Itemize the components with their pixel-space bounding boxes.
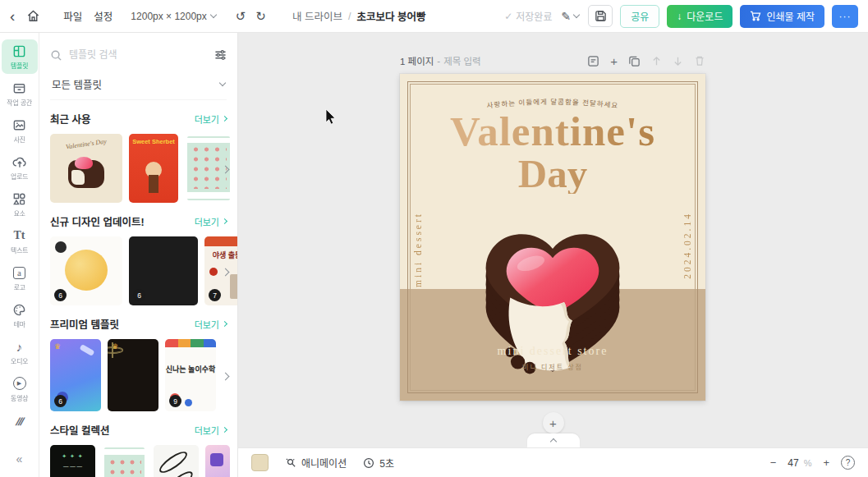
canvas-size-label: 1200px × 1200px bbox=[131, 11, 206, 22]
floppy-icon bbox=[595, 10, 607, 22]
premium-crown-icon: ♛ bbox=[112, 342, 118, 351]
more-link-recent[interactable]: 더보기 bbox=[195, 112, 227, 126]
share-button[interactable]: 공유 bbox=[620, 5, 659, 28]
search-input[interactable] bbox=[69, 49, 208, 61]
add-page-icon[interactable]: + bbox=[610, 55, 618, 67]
sidebar-item-photos[interactable]: 사진 bbox=[2, 113, 38, 148]
sidebar-item-label: 오디오 bbox=[11, 355, 29, 365]
poster-store-name-kr: 미니 디저트 상점 bbox=[400, 362, 705, 371]
page-count-badge: 9 bbox=[169, 395, 181, 407]
thumb-sherbet-text: Sweet Sherbet bbox=[129, 139, 178, 146]
move-page-up-icon bbox=[651, 56, 662, 67]
help-button[interactable]: ? bbox=[841, 456, 855, 470]
sidebar-item-label: 동영상 bbox=[11, 392, 29, 401]
zoom-out-button[interactable]: − bbox=[770, 456, 777, 469]
thumb-math-text: 신나는 놀이수학 bbox=[165, 365, 216, 374]
home-icon[interactable] bbox=[26, 9, 40, 23]
sidebar-item-video[interactable]: ▶ 동영상 bbox=[2, 372, 38, 406]
chevron-down-icon bbox=[573, 11, 580, 18]
sidebar-item-text[interactable]: Tt 텍스트 bbox=[2, 224, 38, 259]
palette-icon bbox=[12, 302, 26, 317]
canvas-size-dropdown[interactable]: 1200px × 1200px bbox=[131, 11, 215, 22]
template-thumb-macaroon[interactable] bbox=[102, 445, 147, 477]
canvas-area[interactable]: 1 페이지 - 제목 입력 + 사랑하는 이들에게 달콤함을 전달하세요 Val… bbox=[238, 33, 868, 447]
duration-button[interactable]: 5초 bbox=[363, 456, 394, 470]
breadcrumb: 내 드라이브 / 초코보다 붕어빵 bbox=[292, 8, 425, 24]
sidebar-item-workspace[interactable]: 작업 공간 bbox=[2, 76, 38, 111]
save-status: ✓ 저장완료 bbox=[504, 9, 552, 23]
add-page-button[interactable]: + bbox=[543, 412, 564, 433]
template-thumb-moon[interactable]: 6 bbox=[50, 236, 122, 305]
sidebar-item-theme[interactable]: 테마 bbox=[2, 298, 38, 333]
collapse-bottombar-button[interactable] bbox=[527, 433, 580, 447]
cart-icon bbox=[750, 11, 761, 21]
filter-icon[interactable] bbox=[214, 49, 227, 61]
undo-icon[interactable]: ↺ bbox=[236, 9, 246, 24]
template-thumb-ornate[interactable]: ♛ bbox=[108, 339, 158, 411]
template-search bbox=[50, 41, 227, 69]
top-toolbar: ‹ 파일 설정 1200px × 1200px ↺ ↻ 내 드라이브 / 초코보… bbox=[0, 0, 868, 33]
page-title-input[interactable]: 제목 입력 bbox=[443, 54, 481, 67]
animation-button[interactable]: 애니메이션 bbox=[285, 456, 347, 470]
memo-icon[interactable] bbox=[587, 55, 599, 67]
redo-icon[interactable]: ↻ bbox=[255, 9, 266, 24]
download-button[interactable]: ↓ 다운로드 bbox=[667, 5, 733, 28]
sidebar-item-label: 작업 공간 bbox=[7, 97, 32, 106]
zoom-level-value[interactable]: 47 bbox=[788, 457, 798, 469]
new-thumbs-row: 6 6 야생 출동 7 bbox=[50, 236, 227, 305]
zoom-in-button[interactable]: + bbox=[823, 456, 829, 469]
duplicate-page-icon[interactable] bbox=[628, 55, 641, 67]
poster-store-name-en: mini dessert store bbox=[400, 345, 705, 358]
more-link-new[interactable]: 더보기 bbox=[195, 215, 227, 228]
section-title-premium: 프리미엄 템플릿 bbox=[50, 316, 119, 332]
pen-mode-dropdown[interactable]: ✎ bbox=[561, 10, 579, 23]
document-title[interactable]: 초코보다 붕어빵 bbox=[356, 8, 425, 24]
background-color-swatch[interactable] bbox=[251, 454, 269, 471]
settings-menu[interactable]: 설정 bbox=[94, 8, 113, 24]
more-options-button[interactable]: ··· bbox=[832, 5, 858, 28]
more-link-style[interactable]: 더보기 bbox=[195, 424, 227, 437]
collapse-sidebar-button[interactable]: « bbox=[16, 452, 23, 466]
save-status-label: 저장완료 bbox=[516, 9, 552, 23]
template-thumb-orange[interactable]: 6 bbox=[129, 236, 198, 305]
template-thumb-sherbet[interactable]: Sweet Sherbet bbox=[129, 134, 178, 203]
print-order-button[interactable]: 인쇄물 제작 bbox=[740, 5, 824, 28]
poster-left-vertical-text: mini dessert bbox=[413, 212, 423, 287]
design-page[interactable]: 사랑하는 이들에게 달콤함을 전달하세요 Valentine's Day min… bbox=[400, 74, 705, 401]
page-count-badge: 6 bbox=[133, 289, 145, 301]
carousel-next-icon[interactable] bbox=[219, 365, 232, 386]
left-icon-rail: 템플릿 작업 공간 사진 업로드 요소 Tt 텍스트 a 로고 테마 ♪ 오디오… bbox=[0, 33, 39, 477]
template-thumb-purple[interactable]: ♛ 6 bbox=[50, 339, 101, 411]
sidebar-item-elements[interactable]: 요소 bbox=[2, 187, 38, 222]
section-title-new: 신규 디자인 업데이트! bbox=[50, 213, 145, 229]
pen-icon: ✎ bbox=[561, 10, 571, 23]
carousel-next-icon[interactable] bbox=[219, 158, 232, 179]
save-button[interactable] bbox=[588, 5, 613, 27]
sidebar-item-label: 로고 bbox=[13, 282, 25, 291]
all-templates-label: 모든 템플릿 bbox=[52, 76, 102, 92]
back-icon[interactable]: ‹ bbox=[10, 7, 15, 25]
carousel-next-icon[interactable] bbox=[219, 471, 232, 477]
poster-right-vertical-text: 2024.02.14 bbox=[682, 212, 692, 279]
template-thumb-swirl[interactable] bbox=[154, 445, 199, 477]
sidebar-item-logo[interactable]: a 로고 bbox=[2, 261, 38, 296]
sidebar-item-audio[interactable]: ♪ 오디오 bbox=[2, 335, 38, 369]
text-icon: Tt bbox=[14, 228, 25, 243]
file-menu[interactable]: 파일 bbox=[63, 8, 82, 24]
templates-icon bbox=[12, 44, 26, 58]
sidebar-item-templates[interactable]: 템플릿 bbox=[2, 39, 38, 74]
carousel-next-icon[interactable] bbox=[219, 260, 232, 282]
template-thumb-math[interactable]: 신나는 놀이수학 9 bbox=[165, 339, 216, 411]
more-link-premium[interactable]: 더보기 bbox=[195, 318, 227, 331]
premium-crown-icon: ♛ bbox=[54, 342, 61, 351]
all-templates-dropdown[interactable]: 모든 템플릿 bbox=[50, 69, 227, 100]
style-thumbs-row: ✦ ✦ ✦— — — TAROT ▶ bbox=[50, 445, 227, 477]
sidebar-item-upload[interactable]: 업로드 bbox=[2, 150, 38, 185]
check-icon: ✓ bbox=[504, 11, 512, 22]
chevron-down-icon bbox=[219, 80, 226, 86]
template-thumb-valentine[interactable]: Valentine's Day bbox=[50, 134, 122, 203]
breadcrumb-drive[interactable]: 내 드라이브 bbox=[292, 8, 342, 24]
template-thumb-tarot[interactable]: ✦ ✦ ✦— — — TAROT ▶ bbox=[50, 445, 95, 477]
sidebar-item-background[interactable]: /// bbox=[2, 409, 38, 433]
photo-icon bbox=[12, 117, 26, 132]
